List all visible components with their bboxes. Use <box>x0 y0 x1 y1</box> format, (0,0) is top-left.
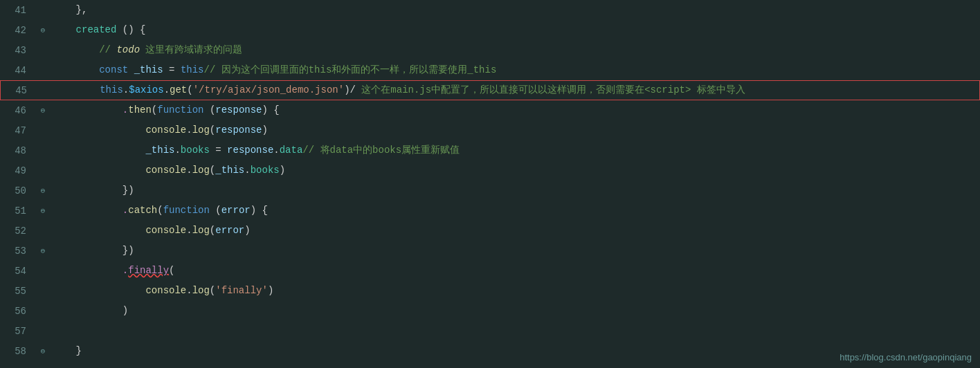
code-line: 46⊖ .then(function (response) { <box>0 100 980 120</box>
code-line: 49 console.log(_this.books) <box>0 160 980 181</box>
line-number: 45 <box>1 85 37 96</box>
line-content: created () { <box>50 20 980 40</box>
code-line: 52 console.log(error) <box>0 221 980 241</box>
code-line: 56 ) <box>0 301 980 321</box>
line-gutter: ⊖ <box>36 106 50 115</box>
line-gutter: ⊖ <box>36 26 50 35</box>
code-lines: 41 },42⊖ created () {43 // todo 这里有跨域请求的… <box>0 0 980 361</box>
line-number: 47 <box>0 125 36 136</box>
code-line: 57 <box>0 321 980 341</box>
line-content: }, <box>50 0 980 20</box>
line-number: 42 <box>0 25 36 36</box>
code-line: 47 console.log(response) <box>0 120 980 140</box>
code-line: 44 const _this = this// 因为这个回调里面的this和外面… <box>0 60 980 80</box>
line-number: 51 <box>0 205 36 217</box>
line-content: }) <box>50 181 980 201</box>
code-line: 51⊖ .catch(function (error) { <box>0 201 980 221</box>
watermark: https://blog.csdn.net/gaopinqiang <box>840 352 972 362</box>
line-number: 55 <box>0 286 36 297</box>
line-content: .finally( <box>50 261 980 281</box>
code-line: 45 this.$axios.get('/try/ajax/json_demo.… <box>0 80 980 100</box>
code-line: 43 // todo 这里有跨域请求的问题 <box>0 40 980 60</box>
line-gutter: ⊖ <box>36 186 50 195</box>
line-number: 56 <box>0 306 36 317</box>
line-content: console.log(response) <box>50 120 980 140</box>
line-gutter: ⊖ <box>36 347 50 356</box>
code-editor: 41 },42⊖ created () {43 // todo 这里有跨域请求的… <box>0 0 980 368</box>
code-line: 58⊖ } <box>0 341 980 361</box>
fold-icon[interactable]: ⊖ <box>41 347 46 356</box>
line-number: 53 <box>0 246 36 257</box>
line-number: 43 <box>0 45 36 56</box>
line-number: 46 <box>0 105 36 116</box>
line-number: 48 <box>0 145 36 156</box>
line-content: this.$axios.get('/try/ajax/json_demo.jso… <box>51 80 979 100</box>
code-line: 53⊖ }) <box>0 241 980 261</box>
line-content: ) <box>50 301 980 321</box>
line-number: 49 <box>0 165 36 176</box>
code-line: 54 .finally( <box>0 261 980 281</box>
fold-icon[interactable]: ⊖ <box>41 206 46 215</box>
line-content: console.log(_this.books) <box>50 160 980 181</box>
line-content: const _this = this// 因为这个回调里面的this和外面的不一… <box>50 60 980 80</box>
line-number: 58 <box>0 346 36 357</box>
line-content: _this.books = response.data// 将data中的boo… <box>50 140 980 160</box>
fold-icon[interactable]: ⊖ <box>41 106 46 115</box>
code-line: 55 console.log('finally') <box>0 281 980 301</box>
fold-icon[interactable]: ⊖ <box>41 26 46 35</box>
line-content: // todo 这里有跨域请求的问题 <box>50 40 980 60</box>
fold-icon[interactable]: ⊖ <box>41 186 46 195</box>
line-content: .then(function (response) { <box>50 100 980 120</box>
line-gutter: ⊖ <box>36 206 50 215</box>
line-number: 41 <box>0 5 36 16</box>
line-number: 54 <box>0 266 36 277</box>
line-number: 50 <box>0 185 36 196</box>
line-content: console.log(error) <box>50 221 980 241</box>
line-number: 44 <box>0 65 36 76</box>
code-line: 42⊖ created () { <box>0 20 980 40</box>
line-gutter: ⊖ <box>36 246 50 255</box>
line-content: .catch(function (error) { <box>50 201 980 221</box>
line-content: }) <box>50 241 980 261</box>
line-content: console.log('finally') <box>50 281 980 301</box>
line-number: 57 <box>0 326 36 337</box>
code-line: 41 }, <box>0 0 980 20</box>
fold-icon[interactable]: ⊖ <box>41 246 46 255</box>
code-line: 50⊖ }) <box>0 181 980 201</box>
line-number: 52 <box>0 226 36 237</box>
code-line: 48 _this.books = response.data// 将data中的… <box>0 140 980 160</box>
